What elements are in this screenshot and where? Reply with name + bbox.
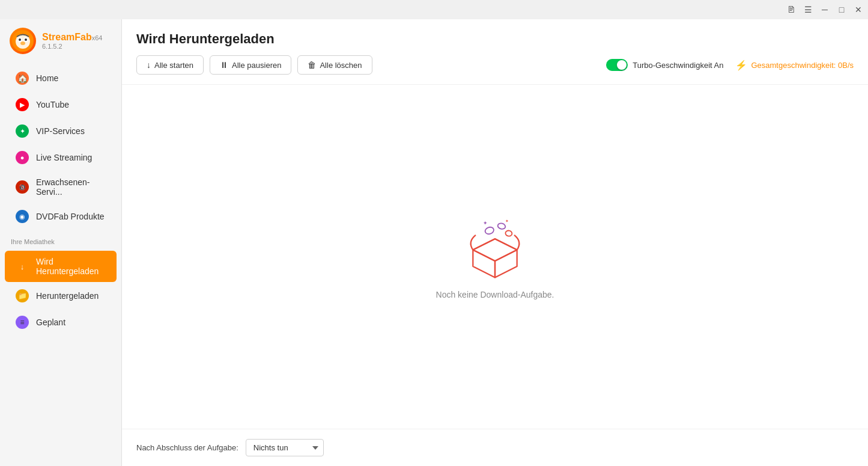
lightning-icon: ⚡	[735, 60, 747, 71]
start-all-button[interactable]: ↓ Alle starten	[136, 55, 204, 75]
sidebar-item-label: Live Streaming	[36, 153, 92, 162]
close-button[interactable]: ✕	[854, 5, 863, 14]
planned-icon: ≡	[16, 316, 29, 329]
pin-button[interactable]: 🖹	[786, 5, 796, 14]
svg-marker-7	[473, 239, 517, 261]
home-icon: 🏠	[16, 72, 29, 85]
delete-all-button[interactable]: 🗑 Alle löschen	[297, 55, 372, 75]
total-speed: ⚡ Gesamtgeschwindigkeit: 0B/s	[735, 60, 854, 71]
titlebar: 🖹 ☰ ─ □ ✕	[0, 0, 868, 19]
toolbar-right: Turbo-Geschwindigkeit An ⚡ Gesamtgeschwi…	[606, 59, 854, 71]
live-icon: ●	[16, 151, 29, 164]
youtube-icon: ▶	[16, 98, 29, 111]
adult-icon: 🔞	[16, 180, 29, 194]
download-icon: ↓	[16, 260, 29, 273]
logo-svg	[11, 29, 34, 52]
svg-text:✦: ✦	[483, 220, 488, 226]
empty-state: ✦ ✦ Noch keine Download-Aufgabe.	[122, 85, 868, 429]
svg-point-10	[484, 226, 495, 235]
sidebar-item-downloading[interactable]: ↓ Wird Heruntergeladen	[5, 251, 117, 282]
logo-text: StreamFabx64 6.1.5.2	[42, 32, 102, 50]
main-nav: 🏠 Home ▶ YouTube ✦ VIP-Services ● Live S…	[0, 63, 121, 232]
library-nav: ↓ Wird Heruntergeladen 📁 Heruntergeladen…	[0, 248, 121, 338]
svg-marker-9	[495, 250, 517, 278]
start-all-icon: ↓	[147, 60, 151, 70]
library-section-label: Ihre Mediathek	[0, 232, 121, 248]
sidebar-item-home[interactable]: 🏠 Home	[5, 66, 117, 91]
sidebar-item-downloaded[interactable]: 📁 Heruntergeladen	[5, 283, 117, 308]
sidebar: StreamFabx64 6.1.5.2 🏠 Home ▶ YouTube ✦ …	[0, 19, 122, 466]
sidebar-item-label: YouTube	[36, 100, 69, 109]
toolbar: ↓ Alle starten ⏸ Alle pausieren 🗑 Alle l…	[136, 55, 854, 75]
page-title: Wird Heruntergeladen	[136, 31, 854, 47]
svg-point-5	[25, 38, 27, 41]
after-task-select[interactable]: Nichts tun Herunterfahren Ruhezustand Be…	[246, 439, 324, 456]
sidebar-item-planned[interactable]: ≡ Geplant	[5, 310, 117, 335]
main-footer: Nach Abschluss der Aufgabe: Nichts tun H…	[122, 429, 868, 466]
sidebar-item-dvdfab[interactable]: ◉ DVDFab Produkte	[5, 204, 117, 229]
empty-box-icon: ✦ ✦	[462, 214, 528, 280]
app-container: StreamFabx64 6.1.5.2 🏠 Home ▶ YouTube ✦ …	[0, 19, 868, 466]
svg-point-11	[497, 222, 506, 230]
main-content: Wird Heruntergeladen ↓ Alle starten ⏸ Al…	[122, 19, 868, 466]
logo-area: StreamFabx64 6.1.5.2	[0, 19, 121, 63]
sidebar-item-label: Home	[36, 73, 58, 83]
svg-marker-8	[473, 250, 495, 278]
sidebar-item-label: Geplant	[36, 317, 65, 327]
sidebar-item-label: Heruntergeladen	[36, 291, 99, 301]
turbo-switch[interactable]	[606, 59, 628, 71]
turbo-toggle: Turbo-Geschwindigkeit An	[606, 59, 723, 71]
sidebar-item-label: VIP-Services	[36, 126, 85, 136]
dvdfab-icon: ◉	[16, 210, 29, 223]
pause-all-icon: ⏸	[220, 60, 228, 70]
minimize-button[interactable]: ─	[820, 5, 830, 14]
sidebar-item-youtube[interactable]: ▶ YouTube	[5, 92, 117, 117]
sidebar-item-label: DVDFab Produkte	[36, 212, 105, 221]
empty-text: Noch keine Download-Aufgabe.	[436, 290, 554, 299]
footer-label: Nach Abschluss der Aufgabe:	[136, 443, 238, 452]
sidebar-item-vip[interactable]: ✦ VIP-Services	[5, 118, 117, 144]
svg-point-4	[19, 38, 21, 41]
main-header: Wird Heruntergeladen ↓ Alle starten ⏸ Al…	[122, 19, 868, 85]
speed-text: Gesamtgeschwindigkeit: 0B/s	[751, 61, 854, 70]
maximize-button[interactable]: □	[837, 5, 846, 14]
logo-icon	[10, 28, 36, 54]
sidebar-item-adult[interactable]: 🔞 Erwachsenen-Servi...	[5, 171, 117, 203]
svg-point-6	[20, 41, 25, 45]
pause-all-button[interactable]: ⏸ Alle pausieren	[210, 55, 291, 75]
vip-icon: ✦	[16, 124, 29, 138]
turbo-label: Turbo-Geschwindigkeit An	[633, 61, 723, 70]
downloaded-icon: 📁	[16, 289, 29, 302]
delete-all-icon: 🗑	[308, 60, 316, 70]
menu-button[interactable]: ☰	[803, 5, 813, 14]
svg-text:✦: ✦	[505, 218, 509, 224]
app-version: 6.1.5.2	[42, 43, 102, 50]
sidebar-item-live[interactable]: ● Live Streaming	[5, 145, 117, 170]
svg-point-12	[505, 230, 512, 237]
sidebar-item-label: Erwachsenen-Servi...	[36, 177, 106, 197]
sidebar-item-label: Wird Heruntergeladen	[36, 257, 106, 276]
app-name: StreamFabx64	[42, 32, 102, 43]
